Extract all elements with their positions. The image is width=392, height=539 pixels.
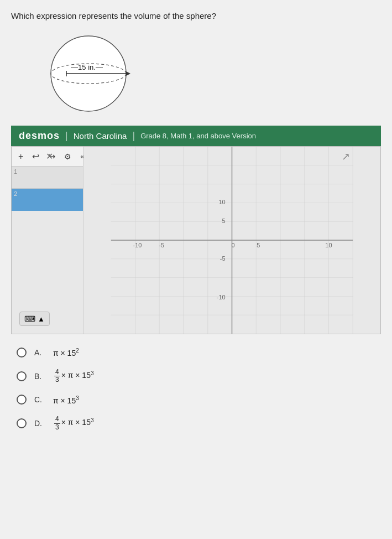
desmos-bar: desmos | North Carolina | Grade 8, Math …: [11, 126, 381, 146]
expression-row-1[interactable]: 1: [12, 167, 83, 189]
answers-section: A. π × 152 B. 4 3 × π × 153 C. π × 153: [11, 348, 381, 431]
radio-d[interactable]: [17, 418, 27, 428]
row-number-2: 2: [14, 190, 17, 197]
close-button[interactable]: ✕: [46, 151, 53, 162]
desmos-divider: |: [65, 130, 68, 142]
desmos-divider2: |: [132, 130, 135, 142]
svg-text:↗: ↗: [342, 151, 350, 162]
svg-text:-10: -10: [217, 294, 226, 300]
answer-option-c: C. π × 153: [17, 395, 375, 405]
row-number-1: 1: [14, 168, 17, 175]
left-panel: + ↩ ↪ ⚙ « ✕ 1 2 ⌨ ▲: [12, 147, 83, 334]
option-formula-a: π × 152: [53, 348, 79, 357]
sphere-svg: —15 in.—: [39, 28, 138, 117]
radio-a[interactable]: [17, 348, 27, 357]
sphere-diagram: —15 in.—: [39, 28, 381, 117]
question-text: Which expression represents the volume o…: [11, 11, 381, 20]
option-formula-b: 4 3 × π × 153: [53, 369, 94, 383]
calculator-area: + ↩ ↪ ⚙ « ✕ 1 2 ⌨ ▲: [11, 146, 381, 334]
fraction-d: 4 3: [54, 416, 60, 431]
answer-option-d: D. 4 3 × π × 153: [17, 416, 375, 431]
svg-text:5: 5: [222, 217, 225, 224]
answer-option-a: A. π × 152: [17, 348, 375, 357]
svg-text:5: 5: [257, 242, 260, 248]
fraction-num-b: 4: [54, 369, 60, 376]
answer-option-b: B. 4 3 × π × 153: [17, 369, 375, 383]
graph-svg: -10 -5 0 5 10 10 5 -5 -10 ↗: [83, 147, 380, 334]
fraction-num-d: 4: [54, 416, 60, 423]
radio-c[interactable]: [17, 395, 27, 405]
add-button[interactable]: +: [16, 151, 25, 163]
desmos-logo: desmos: [19, 130, 60, 142]
expression-row-2[interactable]: 2: [12, 189, 83, 211]
fraction-b: 4 3: [54, 369, 60, 383]
keyboard-icon: ⌨: [24, 314, 35, 323]
svg-text:-5: -5: [159, 242, 164, 248]
desmos-region: North Carolina: [74, 131, 127, 141]
settings-button[interactable]: ⚙: [62, 151, 74, 162]
option-formula-d: 4 3 × π × 153: [53, 416, 94, 431]
keyboard-arrow: ▲: [38, 315, 45, 323]
option-label-d: D.: [34, 419, 45, 428]
desmos-subtitle: Grade 8, Math 1, and above Version: [140, 132, 256, 140]
svg-marker-3: [126, 71, 130, 76]
fraction-den-b: 3: [54, 376, 60, 383]
page-container: Which expression represents the volume o…: [0, 0, 392, 539]
keyboard-button[interactable]: ⌨ ▲: [19, 312, 50, 326]
svg-text:0: 0: [231, 242, 234, 248]
svg-text:—15 in.—: —15 in.—: [71, 63, 103, 71]
svg-text:10: 10: [218, 199, 225, 205]
svg-text:-5: -5: [220, 255, 226, 262]
option-label-a: A.: [34, 348, 45, 357]
graph-panel: -10 -5 0 5 10 10 5 -5 -10 ↗: [83, 147, 380, 334]
radio-b[interactable]: [17, 371, 27, 381]
fraction-den-d: 3: [54, 424, 60, 431]
option-label-c: C.: [34, 395, 45, 404]
option-label-b: B.: [34, 372, 45, 381]
option-formula-c: π × 153: [53, 395, 79, 405]
undo-button[interactable]: ↩: [30, 150, 41, 163]
svg-text:10: 10: [325, 242, 332, 248]
svg-text:-10: -10: [133, 242, 142, 248]
